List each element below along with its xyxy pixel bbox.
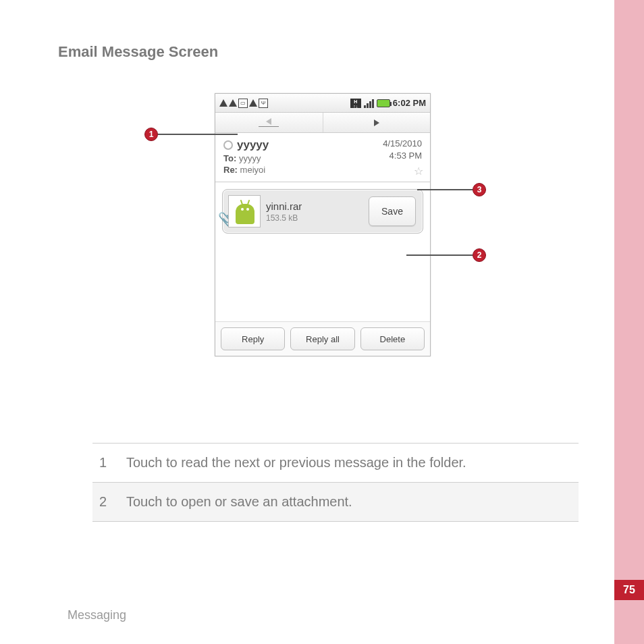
status-notification-icons: ▭ Ψ <box>219 99 268 108</box>
phone-mockup: ▭ Ψ H↑↓ 6:02 PM yyyyy To: yyyyy <box>215 93 431 356</box>
page-number-badge: 75 <box>614 580 644 600</box>
next-message-button[interactable] <box>323 113 431 132</box>
subject-value: meiyoi <box>240 165 266 175</box>
prev-message-button[interactable] <box>215 113 323 132</box>
message-body-area <box>215 240 430 321</box>
message-date: 4/15/2010 <box>383 138 422 149</box>
reply-all-button[interactable]: Reply all <box>290 327 354 350</box>
callout-2: 2 <box>473 248 486 262</box>
signal-icon <box>364 99 374 108</box>
star-icon[interactable]: ☆ <box>414 165 423 178</box>
android-icon <box>236 204 254 224</box>
reply-button[interactable]: Reply <box>221 327 285 350</box>
action-bar: Reply Reply all Delete <box>215 321 430 356</box>
delete-button[interactable]: Delete <box>360 327 425 350</box>
message-header: yyyyy To: yyyyy Re: meiyoi 4/15/2010 4:5… <box>215 133 430 182</box>
status-right-icons: H↑↓ 6:02 PM <box>350 98 426 108</box>
attachment-card: 📎 yinni.rar 153.5 kB Save <box>222 189 423 234</box>
table-row: 1 Touch to read the next or previous mes… <box>92 444 579 482</box>
to-value: yyyyy <box>239 153 261 163</box>
section-heading: Email Message Screen <box>58 43 218 61</box>
status-bar: ▭ Ψ H↑↓ 6:02 PM <box>215 94 430 113</box>
legend-table: 1 Touch to read the next or previous mes… <box>92 443 579 522</box>
message-time: 4:53 PM <box>390 151 422 161</box>
chevron-right-icon <box>374 119 379 126</box>
warning-icon <box>249 99 257 107</box>
subject-label: Re: <box>223 165 238 175</box>
attachment-thumbnail <box>228 195 261 227</box>
card-icon: ▭ <box>238 99 248 108</box>
table-row: 2 Touch to open or save an attachment. <box>92 482 579 521</box>
from-name: yyyyy <box>237 138 269 152</box>
footer-section-label: Messaging <box>68 608 126 622</box>
usb-icon: Ψ <box>259 99 268 108</box>
presence-icon <box>223 140 233 150</box>
warning-icon <box>219 99 227 107</box>
callout-line <box>417 189 473 190</box>
side-strip <box>614 0 644 644</box>
attachment-size: 153.5 kB <box>266 213 302 223</box>
callout-1: 1 <box>144 128 158 141</box>
warning-icon <box>229 99 237 107</box>
message-nav <box>215 113 430 133</box>
data-network-icon: H↑↓ <box>350 99 361 108</box>
save-button[interactable]: Save <box>369 196 416 226</box>
legend-number: 2 <box>99 494 126 510</box>
chevron-left-icon <box>266 118 271 125</box>
legend-desc: Touch to open or save an attachment. <box>126 492 352 512</box>
status-time: 6:02 PM <box>393 98 426 108</box>
callout-line <box>158 134 238 135</box>
callout-line <box>406 254 473 256</box>
callout-3: 3 <box>473 183 486 196</box>
attachment-name: yinni.rar <box>266 200 302 212</box>
battery-icon <box>377 99 390 107</box>
legend-desc: Touch to read the next or previous messa… <box>126 453 466 473</box>
legend-number: 1 <box>99 455 126 471</box>
to-label: To: <box>223 153 236 163</box>
